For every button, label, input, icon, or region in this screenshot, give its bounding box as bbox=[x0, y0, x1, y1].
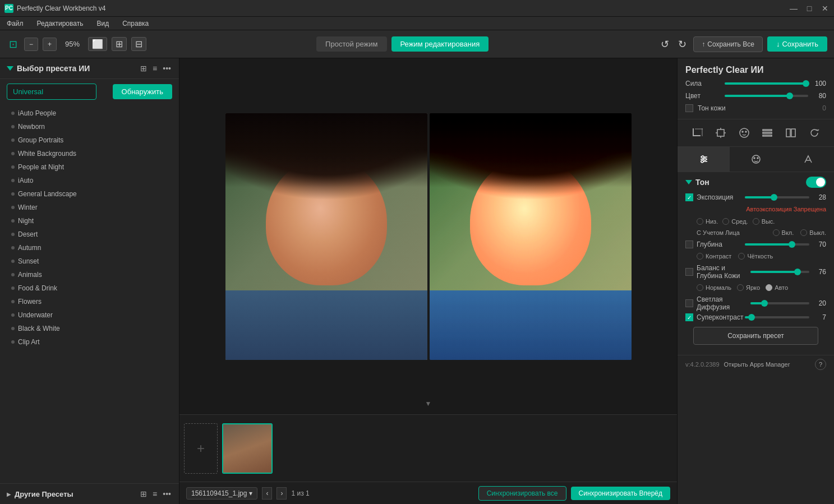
open-apps-link[interactable]: Открыть Apps Manager bbox=[724, 361, 790, 368]
skin-balance-row: Баланс и Глубина Кожи 76 bbox=[685, 264, 826, 280]
zoom-in-button[interactable]: + bbox=[43, 38, 57, 51]
collapse-icon[interactable] bbox=[7, 66, 13, 71]
preset-dropdown[interactable]: Universal bbox=[7, 84, 96, 100]
exposure-slider[interactable] bbox=[745, 196, 809, 198]
exposure-checkbox[interactable]: ✓ bbox=[685, 193, 693, 201]
preset-item-iauto-people[interactable]: iAuto People bbox=[0, 107, 179, 120]
undo-button[interactable]: ↺ bbox=[658, 36, 671, 53]
prev-image-button[interactable]: ‹ bbox=[262, 487, 272, 500]
filmstrip-thumbnail[interactable] bbox=[222, 423, 273, 474]
menu-help[interactable]: Справка bbox=[120, 19, 151, 29]
menu-edit[interactable]: Редактировать bbox=[35, 19, 86, 29]
filmstrip-add-button[interactable]: + bbox=[184, 423, 218, 474]
preset-item-clip-art[interactable]: Clip Art bbox=[0, 335, 179, 349]
radio-high[interactable]: Выс. bbox=[753, 218, 775, 225]
expand-icon[interactable]: ⊡ bbox=[7, 36, 20, 53]
skin-balance-label: Баланс и Глубина Кожи bbox=[697, 264, 747, 280]
simple-mode-button[interactable]: Простой режим bbox=[316, 36, 386, 52]
preset-item-desert[interactable]: Desert bbox=[0, 228, 179, 241]
preset-item-black-white[interactable]: Black & White bbox=[0, 322, 179, 335]
tone-collapse-icon[interactable] bbox=[685, 180, 692, 184]
preset-item-general-landscape[interactable]: General Landscape bbox=[0, 187, 179, 201]
preset-item-flowers[interactable]: Flowers bbox=[0, 295, 179, 308]
diffusion-checkbox[interactable] bbox=[685, 299, 693, 307]
close-button[interactable]: ✕ bbox=[821, 4, 830, 13]
svg-point-20 bbox=[702, 156, 704, 158]
minimize-button[interactable]: — bbox=[789, 4, 798, 13]
split-view-button[interactable]: ⊞ bbox=[112, 37, 127, 51]
skin-tone-checkbox[interactable] bbox=[685, 104, 693, 112]
preset-item-iauto[interactable]: iAuto bbox=[0, 174, 179, 187]
radio-sharpness[interactable]: Чёткость bbox=[738, 253, 773, 260]
preset-item-animals[interactable]: Animals bbox=[0, 268, 179, 281]
list-view-icon[interactable]: ≡ bbox=[151, 63, 158, 74]
save-preset-button[interactable]: Сохранить пресет bbox=[693, 327, 818, 345]
channel-icon[interactable] bbox=[758, 124, 776, 142]
radio-normal[interactable]: Нормаль bbox=[697, 284, 731, 291]
preset-item-night[interactable]: Night bbox=[0, 214, 179, 228]
tab-retouch[interactable] bbox=[730, 147, 782, 172]
align-tool-icon[interactable] bbox=[712, 124, 730, 142]
preset-item-sunset[interactable]: Sunset bbox=[0, 255, 179, 268]
preset-item-food-drink[interactable]: Food & Drink bbox=[0, 281, 179, 295]
preset-item-newborn[interactable]: Newborn bbox=[0, 120, 179, 133]
crop-tool-icon[interactable] bbox=[688, 124, 706, 142]
edit-mode-button[interactable]: Режим редактирования bbox=[391, 36, 489, 52]
depth-slider[interactable] bbox=[745, 243, 809, 246]
other-list-icon[interactable]: ≡ bbox=[151, 488, 158, 500]
maximize-button[interactable]: □ bbox=[805, 4, 814, 13]
help-button[interactable]: ? bbox=[815, 359, 826, 370]
fit-view-button[interactable]: ⬜ bbox=[88, 37, 107, 51]
sync-all-button[interactable]: Синхронизировать все bbox=[478, 486, 566, 501]
skin-balance-checkbox[interactable] bbox=[685, 268, 693, 276]
bright-label: Ярко bbox=[746, 284, 760, 291]
more-options-icon[interactable]: ••• bbox=[162, 63, 172, 74]
radio-low[interactable]: Низ. bbox=[697, 218, 718, 225]
radio-bright[interactable]: Ярко bbox=[737, 284, 760, 291]
other-more-icon[interactable]: ••• bbox=[162, 488, 172, 500]
menu-view[interactable]: Вид bbox=[94, 19, 111, 29]
other-grid-icon[interactable]: ⊞ bbox=[139, 488, 148, 500]
tab-effects[interactable] bbox=[782, 147, 834, 172]
tab-adjustments[interactable] bbox=[678, 147, 730, 172]
refresh-icon[interactable] bbox=[805, 124, 823, 142]
face-off-option[interactable]: Выкл. bbox=[800, 229, 826, 236]
app-title: Perfectly Clear Workbench v4 bbox=[17, 4, 106, 12]
radio-high-circle bbox=[753, 218, 759, 225]
face-on-option[interactable]: Вкл. bbox=[773, 229, 794, 236]
strength-slider[interactable] bbox=[725, 82, 808, 85]
face-tool-icon[interactable] bbox=[735, 124, 753, 142]
compare-button[interactable]: ⊟ bbox=[131, 37, 146, 51]
preset-item-white-backgrounds[interactable]: White Backgrounds bbox=[0, 147, 179, 160]
supercontrast-checkbox[interactable]: ✓ bbox=[685, 313, 693, 321]
detect-button[interactable]: Обнаружить bbox=[113, 84, 172, 99]
skin-balance-slider[interactable] bbox=[750, 271, 809, 273]
radio-contrast[interactable]: Контраст bbox=[697, 253, 731, 260]
shirt-layer bbox=[225, 290, 427, 359]
preset-item-underwater[interactable]: Underwater bbox=[0, 308, 179, 322]
supercontrast-slider[interactable] bbox=[745, 316, 809, 318]
save-button[interactable]: ↓ Сохранить bbox=[767, 36, 827, 52]
grid-view-icon[interactable]: ⊞ bbox=[139, 63, 148, 74]
diffusion-slider[interactable] bbox=[750, 302, 809, 304]
zoom-out-button[interactable]: − bbox=[24, 38, 38, 51]
filename-dropdown-icon[interactable]: ▾ bbox=[249, 489, 252, 497]
next-image-button[interactable]: › bbox=[277, 487, 287, 500]
menu-file[interactable]: Файл bbox=[4, 19, 26, 29]
preset-item-winter[interactable]: Winter bbox=[0, 201, 179, 214]
save-all-button[interactable]: ↑ Сохранить Все bbox=[693, 36, 763, 52]
split-icon[interactable] bbox=[782, 124, 800, 142]
depth-checkbox[interactable] bbox=[685, 241, 693, 248]
preset-item-autumn[interactable]: Autumn bbox=[0, 241, 179, 255]
redo-button[interactable]: ↻ bbox=[676, 36, 689, 53]
radio-high-label: Выс. bbox=[762, 218, 775, 225]
preset-item-people-at-night[interactable]: People at Night bbox=[0, 160, 179, 174]
tone-toggle[interactable] bbox=[806, 177, 826, 188]
color-slider[interactable] bbox=[725, 95, 808, 97]
radio-auto[interactable]: Авто bbox=[766, 284, 788, 291]
other-presets-header[interactable]: ▶ Другие Пресеты ⊞ ≡ ••• bbox=[0, 484, 179, 504]
sync-forward-button[interactable]: Синхронизировать Вперёд bbox=[571, 487, 670, 500]
radio-mid[interactable]: Сред. bbox=[722, 218, 748, 225]
preset-item-group-portraits[interactable]: Group Portraits bbox=[0, 133, 179, 147]
radio-mid-label: Сред. bbox=[731, 218, 748, 225]
